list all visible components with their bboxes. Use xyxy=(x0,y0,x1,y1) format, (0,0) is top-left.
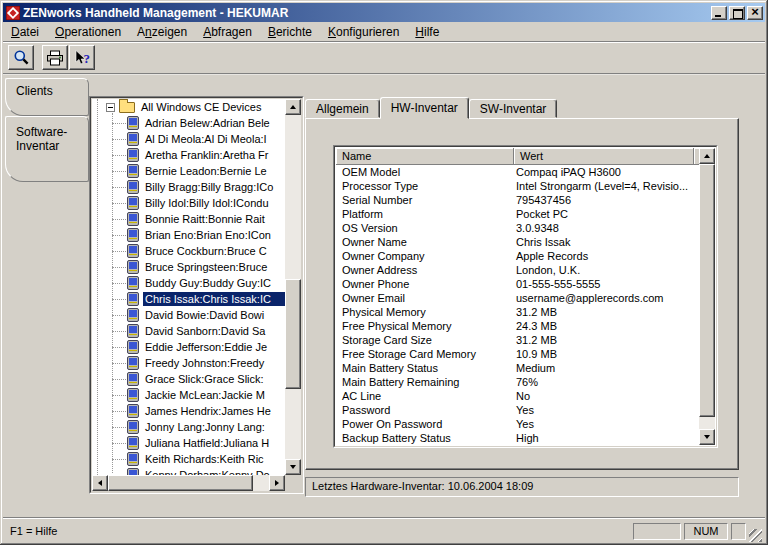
handheld-device-icon xyxy=(127,308,139,322)
tree-item-device[interactable]: Al Di Meola:Al Di Meola:I xyxy=(92,131,285,147)
tree-item-device[interactable]: James Hendrix:James He xyxy=(92,403,285,419)
tree-item-label: Jackie McLean:Jackie M xyxy=(143,388,285,402)
table-vertical-scrollbar[interactable] xyxy=(699,148,715,445)
scrollbar-corner xyxy=(285,475,301,491)
hw-property-name: Owner Name xyxy=(336,235,508,249)
hw-table-row[interactable]: Backup Battery StatusHigh xyxy=(336,431,699,445)
tree-item-device[interactable]: Brian Eno:Brian Eno:ICon xyxy=(92,227,285,243)
scroll-down-button[interactable] xyxy=(285,459,301,475)
search-button[interactable] xyxy=(8,45,34,70)
scroll-down-button[interactable] xyxy=(699,429,715,445)
tree-item-device[interactable]: Jackie McLean:Jackie M xyxy=(92,387,285,403)
table-vscroll-thumb[interactable] xyxy=(699,164,715,417)
hw-property-value: 24.3 MB xyxy=(508,319,699,333)
menu-konfigurieren[interactable]: Konfigurieren xyxy=(320,24,407,40)
tree-item-device[interactable]: David Bowie:David Bowi xyxy=(92,307,285,323)
title-bar[interactable]: ZENworks Handheld Management - HEKUMAR xyxy=(3,3,765,22)
tree-root-all-windows-ce-devices[interactable]: All Windows CE Devices xyxy=(92,99,285,115)
tree-item-label: Kenny Dorham:Kenny Do xyxy=(143,468,285,475)
tree-item-device[interactable]: Jonny Lang:Jonny Lang: xyxy=(92,419,285,435)
collapse-icon[interactable] xyxy=(106,103,115,112)
hw-table-row[interactable]: OEM ModelCompaq iPAQ H3600 xyxy=(336,165,699,179)
hw-property-value: Compaq iPAQ H3600 xyxy=(508,165,699,179)
hw-table-row[interactable]: Free Physical Memory24.3 MB xyxy=(336,319,699,333)
tab-allgemein[interactable]: Allgemein xyxy=(305,99,380,118)
hw-table-row[interactable]: PasswordYes xyxy=(336,403,699,417)
tree-item-label: Billy Bragg:Billy Bragg:ICo xyxy=(143,180,285,194)
resize-grip[interactable] xyxy=(749,529,762,542)
hw-table-row[interactable]: OS Version3.0.9348 xyxy=(336,221,699,235)
menu-hilfe[interactable]: Hilfe xyxy=(407,24,447,40)
tree-item-device[interactable]: Buddy Guy:Buddy Guy:IC xyxy=(92,275,285,291)
statusbar-cell-empty xyxy=(633,523,681,540)
tree-item-device[interactable]: Bruce Springsteen:Bruce xyxy=(92,259,285,275)
tree-item-device[interactable]: Adrian Belew:Adrian Bele xyxy=(92,115,285,131)
tree-item-label: David Bowie:David Bowi xyxy=(143,308,285,322)
tree-item-label: Buddy Guy:Buddy Guy:IC xyxy=(143,276,285,290)
hw-table-row[interactable]: Physical Memory31.2 MB xyxy=(336,305,699,319)
left-tab-clients[interactable]: Clients xyxy=(5,78,89,116)
hw-table-row[interactable]: Main Battery StatusMedium xyxy=(336,361,699,375)
column-header-wert[interactable]: Wert xyxy=(514,148,694,165)
hw-table-row[interactable]: Main Battery Remaining76% xyxy=(336,375,699,389)
tree-item-device[interactable]: Billy Idol:Billy Idol:ICondu xyxy=(92,195,285,211)
minimize-button[interactable] xyxy=(711,6,727,20)
hw-table-row[interactable]: Power On PasswordYes xyxy=(336,417,699,431)
menu-abfragen[interactable]: Abfragen xyxy=(195,24,260,40)
hw-table-row[interactable]: Storage Card Size31.2 MB xyxy=(336,333,699,347)
maximize-button[interactable] xyxy=(729,6,745,20)
hw-table-row[interactable]: Serial Number795437456 xyxy=(336,193,699,207)
tree-item-device[interactable]: Grace Slick:Grace Slick: xyxy=(92,371,285,387)
tree-vertical-scrollbar[interactable] xyxy=(285,99,301,475)
tree-vscroll-thumb[interactable] xyxy=(285,279,301,389)
tree-hscroll-thumb[interactable] xyxy=(108,475,253,491)
menu-datei[interactable]: Datei xyxy=(3,24,47,40)
hw-property-value: High xyxy=(508,431,699,445)
hw-property-name: Owner Address xyxy=(336,263,508,277)
left-tab-software-inventar[interactable]: Software-Inventar xyxy=(5,116,89,182)
hw-property-name: OEM Model xyxy=(336,165,508,179)
close-button[interactable] xyxy=(747,6,763,20)
tree-item-device[interactable]: Keith Richards:Keith Ric xyxy=(92,451,285,467)
menu-berichte[interactable]: Berichte xyxy=(260,24,320,40)
scroll-up-button[interactable] xyxy=(285,99,301,115)
tree-item-device[interactable]: Eddie Jefferson:Eddie Je xyxy=(92,339,285,355)
column-header-name[interactable]: Name xyxy=(336,148,514,165)
hw-table-row[interactable]: Processor TypeIntel Strongarm (Level=4, … xyxy=(336,179,699,193)
hw-table-row[interactable]: PlatformPocket PC xyxy=(336,207,699,221)
tree-item-device[interactable]: Billy Bragg:Billy Bragg:ICo xyxy=(92,179,285,195)
tree-item-device[interactable]: Chris Issak:Chris Issak:IC xyxy=(92,291,285,307)
tree-item-device[interactable]: Kenny Dorham:Kenny Do xyxy=(92,467,285,475)
tree-item-device[interactable]: David Sanborn:David Sa xyxy=(92,323,285,339)
hw-table-row[interactable]: Owner CompanyApple Records xyxy=(336,249,699,263)
print-button[interactable] xyxy=(42,45,68,70)
hw-table-row[interactable]: Free Storage Card Memory10.9 MB xyxy=(336,347,699,361)
hw-table-header: Name Wert xyxy=(336,148,715,165)
hw-table-row[interactable]: Owner AddressLondon, U.K. xyxy=(336,263,699,277)
tree-horizontal-scrollbar[interactable] xyxy=(92,475,285,491)
tree-item-device[interactable]: Freedy Johnston:Freedy xyxy=(92,355,285,371)
tree-item-device[interactable]: Bernie Leadon:Bernie Le xyxy=(92,163,285,179)
hw-property-name: Storage Card Size xyxy=(336,333,508,347)
handheld-device-icon xyxy=(127,388,139,402)
tree-item-label: Brian Eno:Brian Eno:ICon xyxy=(143,228,285,242)
tab-hw-inventar[interactable]: HW-Inventar xyxy=(380,97,469,119)
tree-item-device[interactable]: Bruce Cockburn:Bruce C xyxy=(92,243,285,259)
scroll-right-button[interactable] xyxy=(269,475,285,491)
context-help-button[interactable]: ? xyxy=(69,45,95,70)
hw-table-row[interactable]: Owner NameChris Issak xyxy=(336,235,699,249)
scroll-left-button[interactable] xyxy=(92,475,108,491)
inventory-tab-strip: AllgemeinHW-InventarSW-Inventar xyxy=(305,97,739,118)
scroll-up-button[interactable] xyxy=(699,148,715,164)
hw-table-row[interactable]: Owner Phone01-555-555-5555 xyxy=(336,277,699,291)
menu-operationen[interactable]: Operationen xyxy=(47,24,129,40)
tree-item-label: Bruce Cockburn:Bruce C xyxy=(143,244,285,258)
tree-item-device[interactable]: Juliana Hatfield:Juliana H xyxy=(92,435,285,451)
tree-item-device[interactable]: Aretha Franklin:Aretha Fr xyxy=(92,147,285,163)
menu-anzeigen[interactable]: Anzeigen xyxy=(129,24,195,40)
tree-item-device[interactable]: Bonnie Raitt:Bonnie Rait xyxy=(92,211,285,227)
hw-table-row[interactable]: Owner Emailusername@applerecords.com xyxy=(336,291,699,305)
hw-table-row[interactable]: AC LineNo xyxy=(336,389,699,403)
tab-sw-inventar[interactable]: SW-Inventar xyxy=(469,99,557,118)
status-bar: F1 = Hilfe NUM xyxy=(3,517,765,542)
